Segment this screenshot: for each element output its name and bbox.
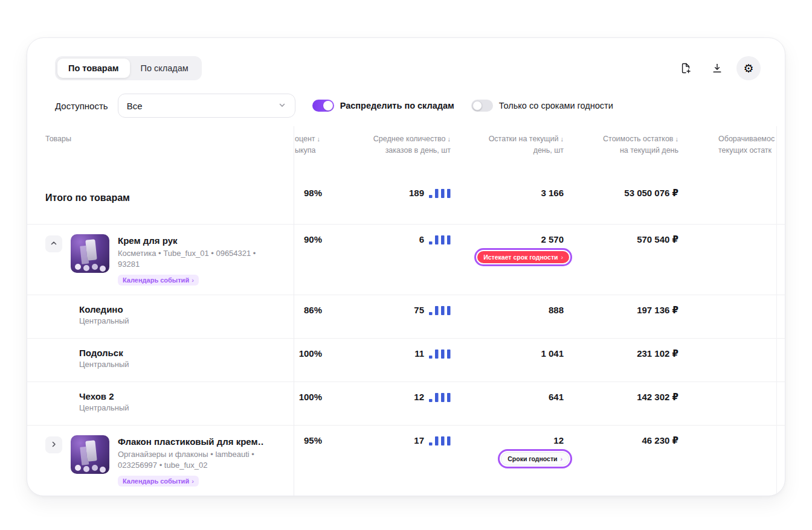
avg-orders-value: 189 — [409, 188, 424, 198]
stock-value-cell: 197 136 ₽ — [564, 295, 678, 338]
download-button[interactable] — [705, 56, 729, 80]
mini-bar-chart-icon[interactable] — [429, 436, 451, 445]
availability-label: Доступность — [55, 101, 108, 111]
toggle-label: Только со сроками годности — [499, 101, 613, 110]
column-header-buyout-percent[interactable]: оцент↓ ыкупа — [294, 126, 324, 174]
column-label: текущих остатк — [718, 145, 776, 156]
buyout-percent-cell: 100% — [294, 382, 324, 425]
column-header-stock-value[interactable]: Стоимость остатков↓ на текущий день — [564, 126, 678, 174]
warehouse-row: Чехов 2Центральный100%12641142 302 ₽ — [27, 382, 785, 426]
column-label: заказов в день, шт — [324, 145, 451, 156]
inventory-panel: По товарам По складам — [27, 37, 785, 496]
product-title: Флакон пластиковый для крем… — [118, 436, 264, 447]
summary-avg-orders: 189 — [324, 174, 453, 224]
only-with-expiry-toggle[interactable]: Только со сроками годности — [471, 100, 613, 112]
expiry-warning-badge[interactable]: Истекает срок годности › — [477, 251, 569, 263]
create-report-button[interactable] — [674, 56, 698, 80]
table-body: Крем для рукКосметика • Tube_fux_01 • 09… — [27, 225, 785, 496]
mini-bar-chart-icon[interactable] — [429, 305, 451, 315]
product-subtitle: Органайзеры и флаконы • lambeauti • 0232… — [118, 449, 264, 471]
summary-buyout-percent: 98% — [294, 174, 324, 224]
product-title: Крем для рук — [118, 235, 264, 246]
stock-value-cell: 570 540 ₽ — [564, 225, 678, 295]
chevron-up-icon — [50, 240, 57, 249]
chevron-right-icon: › — [192, 477, 194, 485]
column-label: Остатки на текущий — [489, 135, 559, 143]
calendar-events-badge[interactable]: Календарь событий › — [118, 476, 199, 487]
availability-value: Все — [127, 101, 143, 111]
panel-header: По товарам По складам — [27, 38, 785, 80]
summary-row: Итого по товарам 98% 189 3 166 53 050 07… — [27, 174, 785, 225]
toggle-switch[interactable] — [312, 100, 334, 112]
gear-icon: ⚙ — [743, 63, 753, 74]
column-label: Товары — [45, 135, 71, 143]
file-plus-icon — [680, 62, 692, 74]
column-header-turnover[interactable]: Оборачиваемос текущих остатк — [678, 126, 776, 174]
stock-value-cell: 231 102 ₽ — [564, 339, 678, 382]
availability-select[interactable]: Все — [118, 94, 295, 118]
buyout-percent-cell: 86% — [294, 295, 324, 338]
toggle-knob — [323, 101, 333, 110]
avg-orders-cell: 11 — [324, 339, 453, 382]
column-header-stock[interactable]: Остатки на текущий↓ день, шт — [453, 126, 564, 174]
avg-orders-cell: 17 — [324, 426, 453, 496]
download-icon — [711, 62, 723, 74]
mini-bar-chart-icon[interactable] — [429, 392, 451, 402]
view-tabs: По товарам По складам — [55, 56, 202, 80]
inventory-table: Товары оцент↓ ыкупа Среднее количество↓ … — [27, 126, 785, 496]
tab-by-warehouses[interactable]: По складам — [130, 59, 199, 78]
expand-row-button[interactable] — [45, 436, 62, 453]
highlight-ring: Истекает срок годности › — [474, 248, 572, 266]
stock-cell: 12Сроки годности › — [453, 426, 564, 496]
avg-orders-cell: 12 — [324, 382, 453, 425]
column-label: ыкупа — [295, 145, 324, 156]
chevron-down-icon — [278, 101, 286, 111]
product-image — [71, 234, 109, 273]
chevron-right-icon — [50, 441, 57, 450]
stock-cell: 1 041 — [453, 339, 564, 382]
chevron-right-icon: › — [561, 254, 564, 261]
warehouse-region: Центральный — [79, 403, 294, 412]
summary-label: Итого по товарам — [27, 174, 294, 224]
column-divider — [294, 126, 294, 496]
stock-value: 3 166 — [541, 188, 564, 198]
collapse-row-button[interactable] — [45, 235, 62, 252]
avg-orders-cell: 75 — [324, 295, 453, 338]
filter-row: Доступность Все Распределить по складам … — [55, 94, 761, 118]
summary-stock-value: 53 050 076 ₽ — [564, 174, 678, 224]
mini-bar-chart-icon[interactable] — [429, 188, 451, 198]
tab-by-products[interactable]: По товарам — [57, 59, 130, 78]
shelf-life-badge[interactable]: Сроки годности › — [501, 452, 569, 465]
product-row: Крем для рукКосметика • Tube_fux_01 • 09… — [27, 225, 785, 295]
calendar-events-badge[interactable]: Календарь событий › — [118, 275, 199, 286]
warehouse-row: ПодольскЦентральный100%111 041231 102 ₽ — [27, 339, 785, 382]
warehouse-name: Коледино — [79, 304, 294, 314]
buyout-percent-cell: 90% — [294, 225, 324, 295]
settings-button[interactable]: ⚙ — [736, 56, 761, 80]
stock-cell: 641 — [453, 382, 564, 425]
buyout-percent-cell: 100% — [294, 339, 324, 382]
toggle-switch[interactable] — [471, 100, 493, 112]
warehouse-region: Центральный — [79, 360, 294, 369]
column-label: Среднее количество — [373, 135, 446, 143]
column-header-avg-orders[interactable]: Среднее количество↓ заказов в день, шт — [324, 126, 453, 174]
column-label: Стоимость остатков — [603, 135, 673, 143]
column-label: Оборачиваемос — [718, 133, 776, 145]
sort-desc-icon: ↓ — [317, 135, 321, 142]
stock-cell: 888 — [453, 295, 564, 338]
product-subtitle: Косметика • Tube_fux_01 • 09654321 • 932… — [118, 248, 264, 270]
avg-orders-cell: 6 — [324, 225, 453, 295]
mini-bar-chart-icon[interactable] — [429, 349, 451, 359]
column-header-products[interactable]: Товары — [27, 126, 294, 174]
stock-value-cell: 142 302 ₽ — [564, 382, 678, 425]
toolbar: ⚙ — [674, 56, 761, 80]
toggle-knob — [472, 101, 482, 110]
stock-cell: 2 570Истекает срок годности › — [453, 225, 564, 295]
chevron-right-icon: › — [192, 276, 194, 284]
distribute-by-warehouses-toggle[interactable]: Распределить по складам — [312, 100, 454, 112]
product-image — [71, 435, 109, 474]
chevron-right-icon: › — [561, 455, 563, 462]
mini-bar-chart-icon[interactable] — [429, 235, 451, 244]
warehouse-name: Подольск — [79, 348, 294, 358]
column-label: день, шт — [453, 145, 564, 156]
